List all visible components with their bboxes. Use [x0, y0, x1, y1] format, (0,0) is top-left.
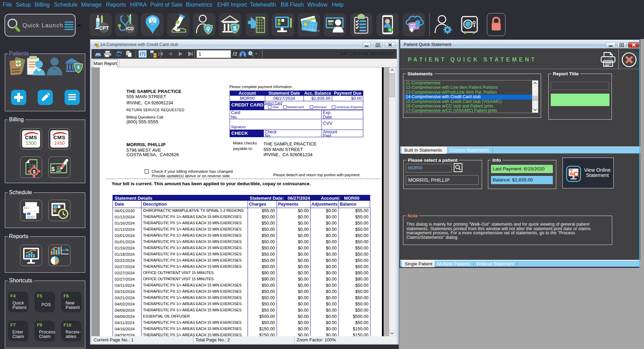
svg-text:CPT: CPT	[99, 25, 109, 31]
svg-text:1500: 1500	[26, 140, 36, 146]
svg-text:CMS: CMS	[25, 134, 37, 140]
svg-text:ICD: ICD	[126, 26, 134, 31]
svg-text:$: $	[77, 65, 80, 70]
svg-text:1450: 1450	[54, 140, 65, 146]
svg-text:$: $	[33, 169, 36, 174]
svg-text:CMS: CMS	[54, 134, 66, 140]
svg-text:$: $	[51, 166, 55, 172]
svg-text:$: $	[233, 25, 237, 32]
